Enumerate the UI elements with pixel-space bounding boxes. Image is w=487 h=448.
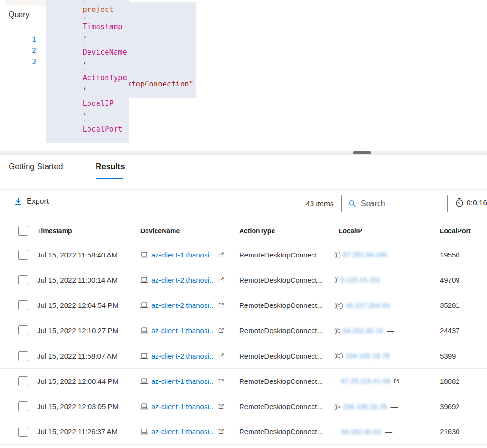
cell-localport: 24437: [440, 326, 487, 334]
open-in-new-icon[interactable]: [218, 429, 224, 435]
nat-network-icon: ((o)): [334, 353, 343, 359]
cell-localport: 35281: [440, 301, 487, 309]
redacted-ip[interactable]: 67.251.64.146: [343, 251, 387, 258]
export-button[interactable]: Export: [14, 197, 49, 206]
search-input[interactable]: [357, 200, 447, 208]
ip-dash: —: [393, 301, 400, 309]
cell-localport: 19550: [440, 251, 487, 259]
tab-results[interactable]: Results: [96, 162, 125, 172]
cell-localip: · · 67.25.116.41.66 —: [339, 377, 440, 385]
whitespace-dot: ·: [83, 116, 87, 125]
code-token-comma: ,: [83, 57, 87, 65]
redacted-ip[interactable]: 54.252.45.16: [343, 327, 383, 334]
row-checkbox[interactable]: [18, 275, 28, 285]
kql-query-editor[interactable]: 1 DeviceEvents 2 | · where · ActionType …: [0, 34, 487, 67]
laptop-icon: [140, 428, 148, 435]
device-link[interactable]: az-client-2.thanosi...: [151, 276, 215, 284]
header-actiontype[interactable]: ActionType: [239, 227, 275, 235]
search-box[interactable]: [341, 195, 448, 212]
ip-dash: —: [387, 326, 394, 334]
cell-localip: · · 54.252.45.52 —: [339, 428, 440, 436]
stopwatch-icon: [455, 198, 464, 208]
table-row: Jul 15, 2022 12:00:44 PM az-client-1.tha…: [0, 369, 487, 394]
cell-timestamp: Jul 15, 2022 12:10:27 PM: [37, 326, 140, 334]
row-checkbox[interactable]: [18, 325, 28, 335]
redacted-ip[interactable]: 154.105.16.76: [346, 352, 390, 360]
cell-localport: 49709: [440, 276, 487, 284]
code-token-column: DeviceName: [83, 48, 127, 57]
cell-actiontype: RemoteDesktopConnect...: [239, 326, 339, 334]
table-row: Jul 15, 2022 11:58:07 AM az-client-2.tha…: [0, 343, 487, 369]
redacted-ip[interactable]: 154.105.16.76: [343, 403, 387, 410]
search-icon: [348, 200, 357, 208]
cell-timestamp: Jul 15, 2022 11:58:07 AM: [37, 352, 140, 360]
open-in-new-icon[interactable]: [218, 403, 224, 410]
laptop-icon: [140, 276, 148, 284]
row-checkbox[interactable]: [18, 376, 28, 386]
redacted-ip[interactable]: 5.125.24.151: [340, 276, 380, 284]
row-checkbox[interactable]: [18, 300, 28, 310]
ip-dash: —: [385, 428, 392, 436]
cell-actiontype: RemoteDesktopConnect...: [239, 251, 339, 259]
device-link[interactable]: az-client-1.thanosi...: [151, 428, 215, 436]
query-section-label: Query: [9, 10, 29, 19]
laptop-icon: [140, 353, 148, 360]
open-in-new-icon[interactable]: [218, 302, 224, 308]
code-token-keyword: project: [83, 5, 114, 14]
select-all-checkbox[interactable]: [18, 226, 28, 236]
open-in-new-icon[interactable]: [218, 252, 224, 258]
open-in-new-icon[interactable]: [218, 327, 224, 334]
row-checkbox[interactable]: [18, 427, 28, 437]
header-timestamp[interactable]: Timestamp: [37, 227, 72, 235]
redacted-ip[interactable]: 67.25.116.41.66: [341, 377, 390, 385]
items-count: 43 items: [306, 200, 334, 208]
header-localport[interactable]: LocalPort: [440, 227, 471, 235]
open-in-new-icon[interactable]: [218, 277, 224, 283]
row-checkbox[interactable]: [18, 401, 28, 411]
code-token-column: LocalIP: [83, 99, 114, 108]
device-link[interactable]: az-client-1.thanosi...: [151, 402, 215, 410]
cell-localip: ((o)) 154.105.16.76 —: [339, 352, 440, 360]
whitespace-dot: ·: [83, 0, 87, 5]
table-row: Jul 15, 2022 12:03:05 PM az-client-1.tha…: [0, 394, 487, 419]
open-in-new-icon[interactable]: [218, 378, 224, 384]
table-row: Jul 15, 2022 12:04:54 PM az-client-2.tha…: [0, 293, 487, 318]
ip-dash: —: [390, 402, 398, 410]
cell-localip: (( 5.125.24.151 —: [339, 276, 440, 284]
row-checkbox[interactable]: [18, 250, 28, 260]
header-localip[interactable]: LocalIP: [339, 227, 362, 235]
code-token-column: LocalPort: [83, 125, 123, 133]
table-row: Jul 15, 2022 12:10:27 PM az-client-1.tha…: [0, 318, 487, 343]
cell-localport: 21630: [440, 428, 487, 436]
nat-network-icon: ((·): [334, 251, 340, 258]
device-link[interactable]: az-client-1.thanosi...: [151, 377, 215, 385]
results-table-body: Jul 15, 2022 11:58:40 AM az-client-1.tha…: [0, 242, 487, 445]
line-number: 1: [0, 36, 36, 43]
device-link[interactable]: az-client-1.thanosi...: [151, 326, 215, 334]
device-link[interactable]: az-client-1.thanosi...: [151, 251, 215, 259]
row-checkbox[interactable]: [18, 351, 28, 361]
device-link[interactable]: az-client-2.thanosi...: [151, 301, 215, 309]
redacted-ip[interactable]: 45.227.254.54: [346, 302, 390, 309]
laptop-icon: [140, 251, 148, 258]
device-link[interactable]: az-client-2.thanosi...: [151, 352, 215, 360]
active-tab-underline: [96, 178, 123, 179]
tab-getting-started[interactable]: Getting Started: [9, 162, 63, 172]
nat-network-icon: · ·: [334, 378, 338, 384]
open-in-new-icon[interactable]: [218, 353, 224, 359]
cell-timestamp: Jul 15, 2022 11:00:14 AM: [37, 276, 140, 284]
cell-localip: ((·) 67.251.64.146 —: [339, 251, 440, 259]
header-devicename[interactable]: DeviceName: [140, 227, 180, 235]
code-token-column: Timestamp: [83, 22, 123, 31]
cell-timestamp: Jul 15, 2022 12:03:05 PM: [37, 402, 140, 410]
timer-value: 0:0.16: [467, 199, 487, 207]
open-in-new-icon[interactable]: [393, 378, 399, 384]
nat-network-icon: ((: [334, 276, 337, 283]
splitter-grip[interactable]: [353, 151, 371, 154]
line-number: 3: [0, 57, 36, 65]
code-token-comma: ,: [83, 82, 87, 91]
nat-network-icon: ((o)): [334, 302, 343, 309]
cell-timestamp: Jul 15, 2022 11:26:37 AM: [37, 428, 140, 436]
advanced-hunting-panel: Query 1 DeviceEvents 2 | · where · Actio…: [0, 0, 487, 448]
redacted-ip[interactable]: 54.252.45.52: [341, 428, 381, 436]
